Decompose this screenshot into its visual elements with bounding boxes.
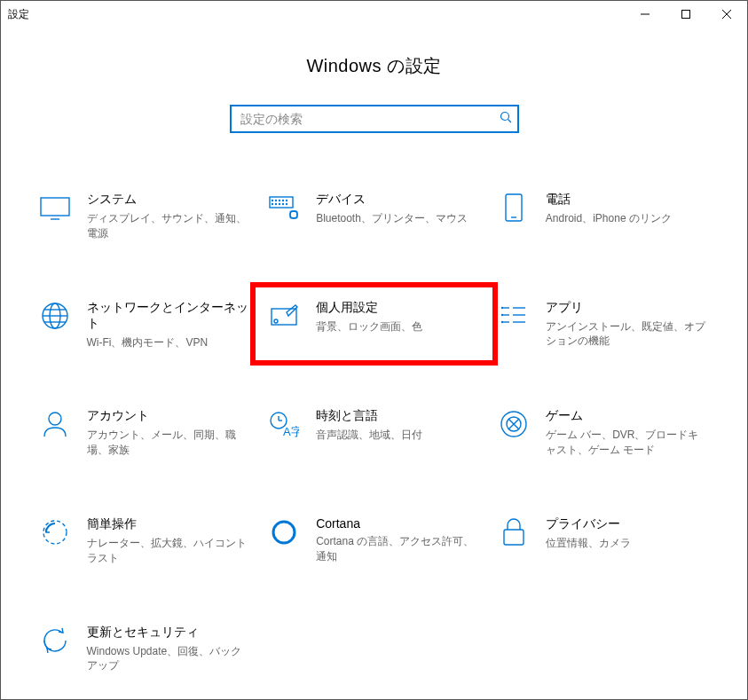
tile-privacy[interactable]: プライバシー位置情報、カメラ [492, 511, 715, 570]
phone-icon [496, 190, 531, 225]
tile-text: プライバシー位置情報、カメラ [546, 515, 708, 551]
svg-point-37 [501, 313, 503, 315]
tile-text: 時刻と言語音声認識、地域、日付 [316, 406, 478, 443]
minimize-icon [641, 10, 650, 19]
tile-title: ゲーム [546, 408, 708, 424]
tile-desc: ディスプレイ、サウンド、通知、電源 [87, 211, 249, 241]
gaming-icon [496, 406, 531, 442]
tile-ease[interactable]: 簡単操作ナレーター、拡大鏡、ハイコントラスト [34, 511, 256, 570]
time-icon: A字 [266, 406, 302, 442]
svg-point-16 [272, 201, 273, 201]
svg-point-15 [287, 204, 287, 205]
ease-icon [37, 515, 73, 550]
tile-text: CortanaCortana の言語、アクセス許可、通知 [316, 515, 478, 564]
tile-update[interactable]: 更新とセキュリティWindows Update、回復、バックアップ [34, 619, 256, 678]
svg-point-9 [290, 211, 297, 218]
minimize-button[interactable] [625, 1, 665, 28]
system-icon [37, 190, 73, 225]
tile-desc: Windows Update、回復、バックアップ [87, 644, 249, 674]
close-icon [722, 10, 731, 19]
svg-point-18 [280, 201, 280, 201]
tile-desc: ゲーム バー、DVR、ブロードキャスト、ゲーム モード [546, 428, 708, 458]
tile-desc: 音声認識、地域、日付 [316, 428, 478, 443]
apps-icon [496, 298, 531, 334]
svg-point-19 [283, 201, 284, 201]
tile-personalization[interactable]: 個人用設定背景、ロック画面、色 [263, 295, 485, 354]
window-controls [625, 1, 747, 28]
svg-point-11 [272, 204, 273, 205]
tile-desc: Bluetooth、プリンター、マウス [316, 211, 478, 226]
tile-desc: Wi-Fi、機内モード、VPN [87, 335, 249, 350]
tile-time[interactable]: A字時刻と言語音声認識、地域、日付 [263, 403, 485, 461]
tile-text: ネットワークとインターネットWi-Fi、機内モード、VPN [87, 298, 249, 350]
svg-point-17 [276, 201, 277, 201]
personalization-icon [266, 298, 302, 334]
tile-text: ゲームゲーム バー、DVR、ブロードキャスト、ゲーム モード [546, 406, 708, 458]
tile-desc: ナレーター、拡大鏡、ハイコントラスト [87, 536, 249, 566]
svg-point-36 [501, 306, 503, 308]
svg-point-38 [501, 320, 503, 322]
svg-rect-1 [682, 11, 690, 19]
tile-desc: アンインストール、既定値、オプションの機能 [546, 319, 708, 350]
tile-text: 電話Android、iPhone のリンク [546, 190, 708, 226]
privacy-icon [496, 515, 531, 550]
tile-text: 簡単操作ナレーター、拡大鏡、ハイコントラスト [87, 515, 249, 566]
svg-point-29 [274, 319, 278, 323]
tile-network[interactable]: ネットワークとインターネットWi-Fi、機内モード、VPN [34, 295, 256, 354]
tile-title: アプリ [546, 300, 708, 316]
svg-point-13 [280, 204, 280, 205]
settings-grid: システムディスプレイ、サウンド、通知、電源デバイスBluetooth、プリンター… [16, 186, 733, 677]
tile-cortana[interactable]: CortanaCortana の言語、アクセス許可、通知 [263, 511, 485, 570]
tile-title: システム [87, 192, 249, 208]
maximize-icon [681, 10, 690, 19]
tile-desc: Cortana の言語、アクセス許可、通知 [316, 534, 478, 564]
tile-accounts[interactable]: アカウントアカウント、メール、同期、職場、家族 [34, 403, 256, 461]
tile-title: アカウント [87, 408, 249, 424]
cortana-icon [266, 515, 302, 550]
page-title: Windows の設定 [1, 54, 747, 78]
tile-title: 個人用設定 [316, 300, 478, 316]
tile-desc: Android、iPhone のリンク [546, 211, 708, 226]
tile-desc: アカウント、メール、同期、職場、家族 [87, 428, 249, 458]
svg-rect-50 [504, 530, 524, 545]
accounts-icon [37, 406, 73, 442]
tile-title: デバイス [316, 192, 478, 208]
tile-title: 時刻と言語 [316, 408, 478, 424]
tile-gaming[interactable]: ゲームゲーム バー、DVR、ブロードキャスト、ゲーム モード [492, 403, 715, 461]
svg-rect-8 [270, 197, 293, 208]
tile-apps[interactable]: アプリアンインストール、既定値、オプションの機能 [492, 295, 715, 354]
titlebar: 設定 [1, 1, 747, 28]
search-input[interactable] [230, 105, 519, 133]
tile-text: システムディスプレイ、サウンド、通知、電源 [87, 190, 249, 241]
tile-text: デバイスBluetooth、プリンター、マウス [316, 190, 478, 226]
network-icon [37, 298, 73, 334]
svg-point-20 [287, 201, 287, 201]
tile-phone[interactable]: 電話Android、iPhone のリンク [492, 186, 715, 245]
main-content: Windows の設定 システムディスプレイ、サウンド、通知、電源デバイスBlu… [1, 28, 747, 677]
update-icon [37, 623, 73, 658]
tile-devices[interactable]: デバイスBluetooth、プリンター、マウス [263, 186, 485, 245]
tile-title: 簡単操作 [87, 516, 249, 532]
window-title: 設定 [8, 7, 29, 22]
tile-text: アプリアンインストール、既定値、オプションの機能 [546, 298, 708, 350]
tile-title: 更新とセキュリティ [87, 625, 249, 641]
tile-text: アカウントアカウント、メール、同期、職場、家族 [87, 406, 249, 458]
tile-desc: 位置情報、カメラ [546, 536, 708, 551]
tile-text: 個人用設定背景、ロック画面、色 [316, 298, 478, 334]
tile-title: Cortana [316, 516, 478, 531]
svg-point-49 [273, 522, 295, 543]
search-wrap [230, 105, 519, 133]
tile-system[interactable]: システムディスプレイ、サウンド、通知、電源 [34, 186, 256, 245]
tile-title: ネットワークとインターネット [87, 300, 249, 332]
svg-text:A字: A字 [283, 425, 299, 437]
close-button[interactable] [706, 1, 747, 28]
svg-rect-6 [41, 198, 69, 216]
devices-icon [266, 190, 302, 225]
svg-point-12 [276, 204, 277, 205]
svg-point-39 [49, 413, 61, 425]
svg-point-14 [283, 204, 284, 205]
tile-title: プライバシー [546, 516, 708, 532]
maximize-button[interactable] [665, 1, 706, 28]
tile-desc: 背景、ロック画面、色 [316, 319, 478, 334]
tile-text: 更新とセキュリティWindows Update、回復、バックアップ [87, 623, 249, 674]
